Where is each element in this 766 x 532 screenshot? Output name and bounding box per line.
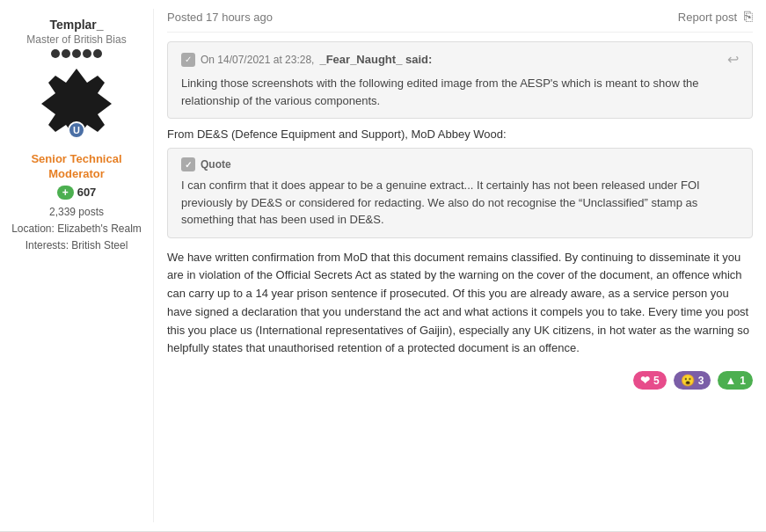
post-container: Templar_ Master of British Bias U Senior… xyxy=(0,0,766,532)
outer-quote-prefix: On 14/07/2021 at 23:28, xyxy=(201,54,314,66)
rep-dot-1 xyxy=(51,49,60,58)
user-location: Location: Elizabeth's Realm xyxy=(9,221,144,237)
reaction-upvote-button[interactable]: ▲ 1 xyxy=(718,371,753,390)
post-actions: Report post ⎘ xyxy=(678,9,753,25)
rep-dot-4 xyxy=(83,49,91,58)
quote-check-icon: ✓ xyxy=(181,53,195,67)
outer-quote-header: ✓ On 14/07/2021 at 23:28, _Fear_Naught_ … xyxy=(181,51,739,68)
inner-quote-label: ✓ Quote xyxy=(181,157,739,171)
rep-badge: + xyxy=(57,186,74,200)
share-icon[interactable]: ⎘ xyxy=(744,9,753,25)
user-role: Senior Technical Moderator xyxy=(9,152,144,182)
rep-dot-5 xyxy=(93,49,102,58)
avatar-wrap: U xyxy=(41,69,112,139)
outer-quote-text: Linking those screenshots with the follo… xyxy=(181,75,739,109)
reaction-heart-button[interactable]: ❤ 5 xyxy=(633,371,667,390)
outer-quote-block: ✓ On 14/07/2021 at 23:28, _Fear_Naught_ … xyxy=(167,41,753,119)
heart-count: 5 xyxy=(653,375,660,387)
moderator-badge: U xyxy=(68,121,85,139)
username: Templar_ xyxy=(9,18,144,32)
user-title: Master of British Bias xyxy=(9,33,144,46)
rep-number: 607 xyxy=(77,186,97,199)
outer-quote-author: _Fear_Naught_ said: xyxy=(319,53,432,66)
reactions-bar: ❤ 5 😮 3 ▲ 1 xyxy=(167,371,753,390)
wow-count: 3 xyxy=(698,375,704,387)
user-sidebar: Templar_ Master of British Bias U Senior… xyxy=(0,9,154,522)
upvote-count: 1 xyxy=(740,375,746,387)
report-post-link[interactable]: Report post xyxy=(678,11,737,24)
inner-quote-text: I can confirm that it does appear to be … xyxy=(181,177,739,229)
post-header: Posted 17 hours ago Report post ⎘ xyxy=(167,9,753,33)
reputation-dots xyxy=(9,49,144,58)
post-content: Posted 17 hours ago Report post ⎘ ✓ On 1… xyxy=(154,9,766,522)
inner-quote-block: ✓ Quote I can confirm that it does appea… xyxy=(167,148,753,238)
from-line: From DE&S (Defence Equipment and Support… xyxy=(167,128,753,141)
post-timestamp: Posted 17 hours ago xyxy=(167,11,273,24)
wow-icon: 😮 xyxy=(681,374,695,387)
user-interests: Interests: British Steel xyxy=(9,237,144,254)
inner-quote-check-icon: ✓ xyxy=(181,157,195,171)
user-rep: + 607 xyxy=(9,186,144,200)
user-meta: 2,339 posts Location: Elizabeth's Realm … xyxy=(9,204,144,255)
post-body: We have written confirmation from MoD th… xyxy=(167,249,753,359)
upvote-icon: ▲ xyxy=(725,374,736,387)
rep-dot-3 xyxy=(72,49,81,58)
post-count: 2,339 posts xyxy=(9,204,144,221)
quote-reply-icon: ↩ xyxy=(727,51,739,68)
rep-dot-2 xyxy=(62,49,70,58)
heart-icon: ❤ xyxy=(640,374,650,387)
reaction-wow-button[interactable]: 😮 3 xyxy=(674,371,711,390)
